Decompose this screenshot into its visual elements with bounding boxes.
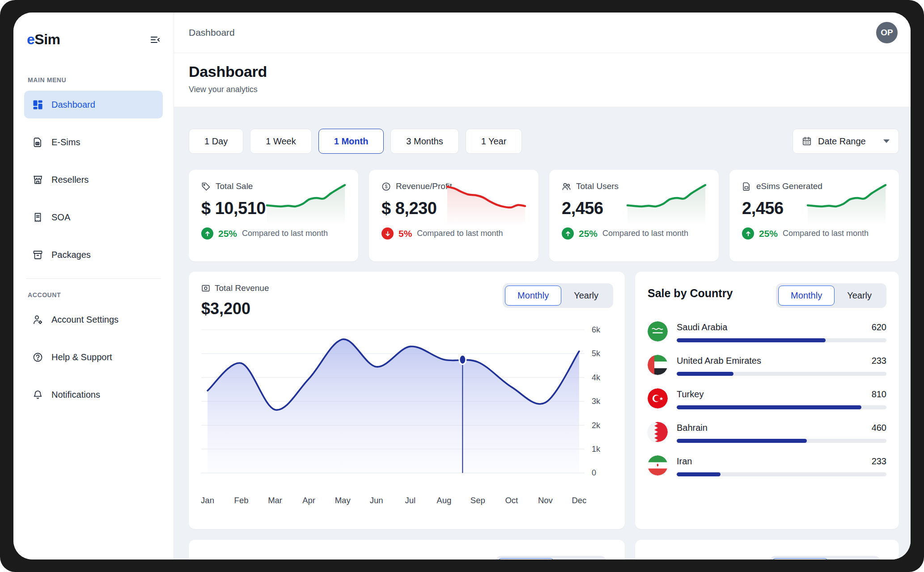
- flag-bahrain-icon: [648, 422, 668, 442]
- stat-card-esims-generated: eSims Generated 2,456 25% Compared to la…: [729, 170, 899, 261]
- stat-card-revenue-profit: $Revenue/Profit $ 8,230 5% Compared to l…: [369, 170, 538, 261]
- device-screen: eSim MAIN MENU Dashboard E-Sims Reseller…: [0, 0, 924, 572]
- country-name: United Arab Emirates: [677, 356, 761, 366]
- bottom-right-toggle-yearly[interactable]: Yearly: [828, 558, 878, 559]
- svg-text:Aug: Aug: [437, 496, 451, 505]
- sidebar-item-resellers[interactable]: Resellers: [24, 166, 163, 193]
- page-title: Dashboard: [189, 63, 896, 80]
- sidebar-item-dashboard[interactable]: Dashboard: [24, 91, 163, 118]
- app-logo: eSim: [27, 31, 60, 48]
- sidebar-item-soa[interactable]: SOA: [24, 203, 163, 231]
- country-name: Iran: [677, 456, 692, 467]
- stat-delta: 5%: [398, 228, 412, 239]
- country-name: Turkey: [677, 389, 704, 400]
- svg-text:May: May: [335, 496, 351, 505]
- svg-text:6k: 6k: [592, 325, 601, 334]
- account-label: ACCOUNT: [28, 291, 163, 299]
- arrow-down-badge-icon: [381, 227, 394, 240]
- arrow-up-badge-icon: [201, 227, 213, 240]
- country-bar-fill: [677, 405, 861, 409]
- help-circle-icon: [32, 352, 43, 362]
- main-menu-label: MAIN MENU: [28, 76, 163, 84]
- arrow-up-badge-icon: [742, 227, 754, 240]
- avatar[interactable]: OP: [876, 22, 898, 43]
- bottom-left-toggle: Monthly Yearly: [496, 556, 606, 559]
- sparkline-up: [806, 181, 887, 224]
- country-bar: [677, 338, 886, 342]
- range-button-1week[interactable]: 1 Week: [250, 129, 311, 154]
- sidebar-item-account-settings[interactable]: Account Settings: [24, 306, 163, 333]
- filter-row: 1 Day 1 Week 1 Month 3 Months 1 Year Dat…: [189, 129, 899, 154]
- sale-toggle-monthly[interactable]: Monthly: [778, 286, 835, 306]
- sidebar-item-notifications[interactable]: Notifications: [24, 381, 163, 408]
- revenue-chart[interactable]: 6k5k4k3k2k1k0JanFebMarAprMayJunJulAugSep…: [201, 323, 613, 507]
- dollar-circle-icon: $: [381, 182, 391, 191]
- svg-text:Jul: Jul: [405, 496, 415, 505]
- page-header: Dashboard View your analytics: [174, 53, 911, 107]
- bottom-card-left: Monthly Yearly: [189, 540, 625, 559]
- sidebar-item-label: Help & Support: [51, 352, 112, 362]
- sidebar-collapse-icon[interactable]: [149, 34, 161, 46]
- svg-text:4k: 4k: [592, 373, 601, 382]
- stat-compare: Compared to last month: [783, 229, 869, 238]
- svg-text:Jan: Jan: [201, 496, 214, 505]
- bottom-row: Monthly Yearly Monthly Yearly: [189, 540, 899, 559]
- sim-card-icon: [32, 137, 43, 147]
- sparkline-down: [445, 181, 527, 224]
- country-bar-fill: [677, 338, 826, 342]
- flag-turkey-icon: [648, 388, 668, 408]
- sidebar-item-label: Packages: [51, 250, 91, 260]
- flag-saudi-arabia-icon: [648, 321, 668, 341]
- range-button-1month[interactable]: 1 Month: [318, 129, 384, 154]
- bottom-left-toggle-yearly[interactable]: Yearly: [554, 558, 604, 559]
- svg-text:Jun: Jun: [370, 496, 383, 505]
- revenue-toggle-monthly[interactable]: Monthly: [505, 286, 561, 306]
- sidebar-item-label: SOA: [51, 212, 70, 223]
- svg-text:Sep: Sep: [470, 496, 485, 505]
- page-subtitle: View your analytics: [189, 85, 896, 94]
- topbar: Dashboard OP: [174, 13, 911, 53]
- country-value: 620: [872, 322, 886, 332]
- country-row-bahrain: Bahrain460: [648, 422, 886, 443]
- bottom-card-right: Monthly Yearly: [635, 540, 899, 559]
- logo-rest: Sim: [34, 31, 60, 47]
- country-bar-fill: [677, 472, 721, 476]
- range-button-1day[interactable]: 1 Day: [189, 129, 243, 154]
- sidebar-item-label: Notifications: [51, 390, 100, 400]
- svg-text:Dec: Dec: [572, 496, 586, 505]
- tag-icon: [201, 182, 211, 191]
- country-name: Saudi Arabia: [677, 322, 727, 332]
- stat-label: Total Users: [576, 181, 619, 191]
- range-button-3months[interactable]: 3 Months: [390, 129, 458, 154]
- sidebar-item-label: Dashboard: [51, 100, 95, 110]
- sidebar-divider: [26, 278, 161, 279]
- stat-delta: 25%: [218, 228, 237, 239]
- sidebar-item-help-support[interactable]: Help & Support: [24, 343, 163, 371]
- svg-text:5k: 5k: [592, 349, 601, 358]
- country-bar-fill: [677, 372, 733, 376]
- sale-toggle-yearly[interactable]: Yearly: [835, 286, 884, 306]
- svg-text:Feb: Feb: [234, 496, 249, 505]
- chevron-down-icon: [883, 139, 890, 143]
- country-value: 810: [872, 389, 886, 400]
- stat-compare: Compared to last month: [602, 229, 688, 238]
- svg-text:$: $: [385, 184, 388, 189]
- svg-text:0: 0: [592, 468, 596, 477]
- user-gear-icon: [32, 314, 43, 325]
- users-icon: [562, 182, 571, 191]
- svg-text:3k: 3k: [592, 397, 601, 406]
- bottom-right-toggle-monthly[interactable]: Monthly: [772, 558, 828, 559]
- range-button-1year[interactable]: 1 Year: [466, 129, 522, 154]
- svg-text:Apr: Apr: [302, 496, 315, 505]
- breadcrumb[interactable]: Dashboard: [189, 27, 235, 38]
- sale-by-country-title: Sale by Country: [648, 287, 733, 300]
- stat-card-total-sale: Total Sale $ 10,510 25% Compared to last…: [189, 170, 358, 261]
- bottom-left-toggle-monthly[interactable]: Monthly: [498, 558, 554, 559]
- stat-card-total-users: Total Users 2,456 25% Compared to last m…: [549, 170, 719, 261]
- sidebar-item-packages[interactable]: Packages: [24, 241, 163, 269]
- revenue-toggle-yearly[interactable]: Yearly: [561, 286, 611, 306]
- sidebar-item-esims[interactable]: E-Sims: [24, 128, 163, 156]
- date-range-select[interactable]: Date Range: [793, 129, 899, 154]
- flag-iran-icon: [648, 455, 668, 475]
- svg-text:Mar: Mar: [268, 496, 282, 505]
